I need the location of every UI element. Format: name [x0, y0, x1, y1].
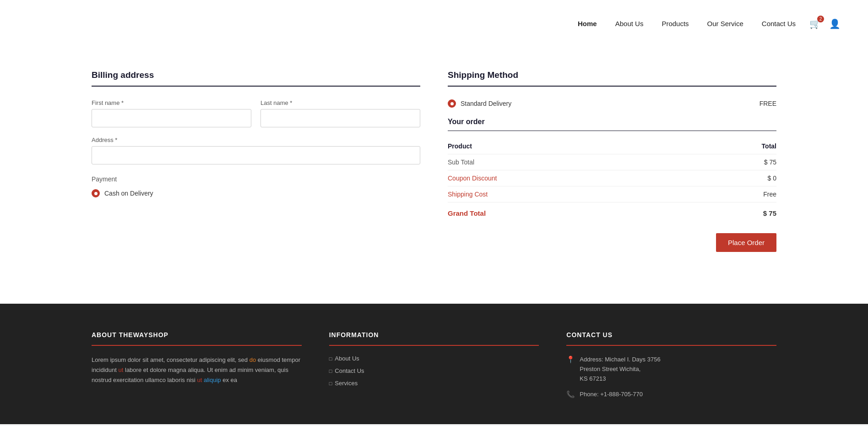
radio-inner [94, 192, 98, 195]
address-label: Address * [92, 137, 420, 143]
radio-icon [92, 189, 100, 197]
first-name-input[interactable] [92, 109, 251, 127]
billing-title: Billing address [92, 70, 420, 80]
delivery-radio-inner [450, 102, 454, 105]
delivery-radio-icon [448, 99, 456, 108]
nav: Home About Us Products Our Service Conta… [578, 20, 796, 27]
footer-link-contact[interactable]: Contact Us [329, 367, 539, 374]
footer-contact: CONTACT US 📍 Address: Michael I. Days 37… [566, 331, 776, 406]
shipping-divider [448, 86, 776, 87]
phone-icon: 📞 [566, 390, 575, 399]
cart-icon-wrap[interactable]: 🛒 2 [809, 18, 821, 29]
location-icon: 📍 [566, 355, 575, 364]
place-order-button[interactable]: Place Order [716, 233, 776, 252]
name-row: First name * Last name * [92, 99, 420, 127]
shipping-cost-value: Free [763, 191, 776, 198]
nav-about[interactable]: About Us [615, 20, 644, 27]
contact-address-text: Address: Michael I. Days 3756Preston Str… [580, 355, 660, 383]
subtotal-label: Sub Total [448, 158, 474, 166]
cart-badge: 2 [817, 16, 824, 22]
grand-total-value: $ 75 [763, 209, 776, 217]
nav-home[interactable]: Home [578, 20, 597, 27]
first-name-label: First name * [92, 99, 251, 106]
main-content: Billing address First name * Last name *… [0, 47, 868, 304]
place-order-wrap: Place Order [448, 233, 776, 252]
col-product: Product [448, 142, 472, 150]
last-name-input[interactable] [260, 109, 420, 127]
shipping-cost-label: Shipping Cost [448, 191, 488, 198]
standard-delivery-label: Standard Delivery [461, 100, 511, 107]
payment-label: Payment [92, 175, 420, 183]
last-name-group: Last name * [260, 99, 420, 127]
footer-link-services[interactable]: Services [329, 380, 539, 387]
last-name-label: Last name * [260, 99, 420, 106]
grand-total-row: Grand Total $ 75 [448, 205, 776, 221]
nav-contact[interactable]: Contact Us [762, 20, 796, 27]
col-total: Total [762, 142, 776, 150]
contact-address-item: 📍 Address: Michael I. Days 3756Preston S… [566, 355, 776, 383]
footer-link-about[interactable]: About Us [329, 355, 539, 362]
footer-about-text: Lorem ipsum dolor sit amet, consectetur … [92, 355, 302, 385]
billing-divider [92, 86, 420, 87]
nav-products[interactable]: Products [662, 20, 689, 27]
footer-information: INFORMATION About Us Contact Us Services [329, 331, 539, 406]
coupon-value: $ 0 [768, 175, 776, 182]
user-icon[interactable]: 👤 [829, 18, 841, 29]
order-divider [448, 131, 776, 131]
footer-info-heading: INFORMATION [329, 331, 539, 339]
address-group: Address * [92, 137, 420, 164]
footer-about-divider [92, 345, 302, 346]
billing-section: Billing address First name * Last name *… [92, 70, 420, 252]
coupon-label: Coupon Discount [448, 175, 497, 182]
footer: ABOUT THEWAYSHOP Lorem ipsum dolor sit a… [0, 304, 868, 424]
footer-info-divider [329, 345, 539, 346]
nav-service[interactable]: Our Service [707, 20, 743, 27]
footer-grid: ABOUT THEWAYSHOP Lorem ipsum dolor sit a… [92, 331, 776, 406]
checkout-grid: Billing address First name * Last name *… [92, 70, 776, 252]
cash-on-delivery-label: Cash on Delivery [104, 190, 153, 197]
footer-contact-divider [566, 345, 776, 346]
cash-on-delivery-option[interactable]: Cash on Delivery [92, 189, 420, 197]
first-name-group: First name * [92, 99, 251, 127]
nav-icons: 🛒 2 👤 [809, 18, 841, 29]
contact-phone-item: 📞 Phone: +1-888-705-770 [566, 390, 776, 399]
standard-delivery-row: Standard Delivery FREE [448, 99, 776, 108]
header: Home About Us Products Our Service Conta… [0, 0, 868, 47]
footer-contact-heading: CONTACT US [566, 331, 776, 339]
contact-phone-text: Phone: +1-888-705-770 [580, 390, 643, 399]
footer-links-list: About Us Contact Us Services [329, 355, 539, 387]
coupon-row: Coupon Discount $ 0 [448, 170, 776, 186]
your-order-title: Your order [448, 118, 776, 126]
standard-delivery-value: FREE [760, 100, 776, 107]
shipping-title: Shipping Method [448, 70, 776, 80]
subtotal-value: $ 75 [764, 158, 776, 166]
shipping-section: Shipping Method Standard Delivery FREE Y… [448, 70, 776, 252]
address-input[interactable] [92, 146, 420, 164]
grand-total-label: Grand Total [448, 209, 486, 217]
footer-about: ABOUT THEWAYSHOP Lorem ipsum dolor sit a… [92, 331, 302, 406]
footer-about-heading: ABOUT THEWAYSHOP [92, 331, 302, 339]
shipping-cost-row: Shipping Cost Free [448, 186, 776, 202]
delivery-left: Standard Delivery [448, 99, 511, 108]
order-table: Product Total Sub Total $ 75 Coupon Disc… [448, 138, 776, 221]
subtotal-row: Sub Total $ 75 [448, 154, 776, 170]
order-header-row: Product Total [448, 138, 776, 154]
